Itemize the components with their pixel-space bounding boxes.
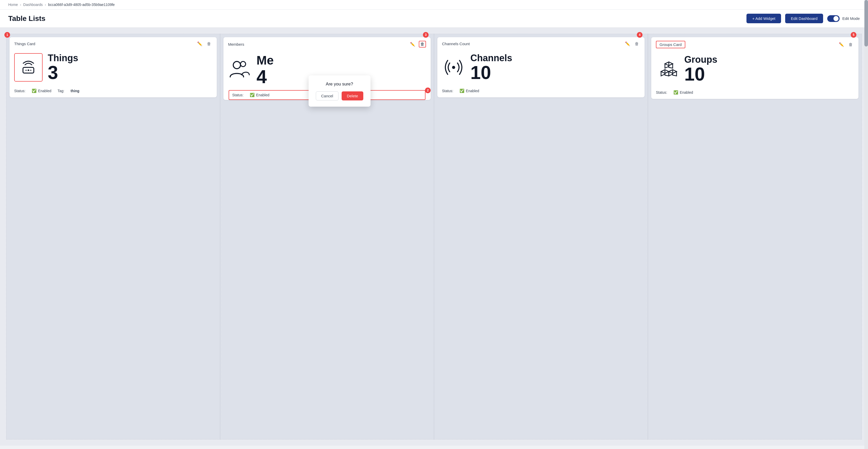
things-card-footer: Status: ✅ Enabled Tag: thing <box>9 86 217 97</box>
edit-mode-label: Edit Mode <box>842 16 860 21</box>
things-icon-box <box>14 53 42 82</box>
channels-card-title: Channels Count <box>442 41 470 46</box>
groups-icon <box>656 57 679 81</box>
things-stat-label: Things <box>48 53 78 63</box>
groups-card-actions: ✏️ 🗑 <box>838 41 854 48</box>
svg-point-5 <box>241 61 246 67</box>
groups-edit-button[interactable]: ✏️ <box>838 41 845 48</box>
things-delete-button[interactable]: 🗑 <box>206 41 212 47</box>
breadcrumb-chevron-2: › <box>45 3 46 7</box>
breadcrumb-chevron-1: › <box>20 3 21 7</box>
edit-mode-switch[interactable] <box>827 15 840 22</box>
widget-card-groups: Groups Card ✏️ 🗑 <box>651 37 859 99</box>
things-card-title: Things Card <box>14 41 35 46</box>
widget-outer-channels: 4 Channels Count ✏️ 🗑 Chan <box>434 34 648 440</box>
breadcrumb-home[interactable]: Home <box>8 3 18 7</box>
channels-status-value: ✅ Enabled <box>460 89 479 93</box>
members-card-title: Members <box>228 42 244 47</box>
groups-status-text: Enabled <box>680 90 693 94</box>
things-edit-button[interactable]: ✏️ <box>196 41 203 47</box>
things-card-actions: ✏️ 🗑 <box>196 41 212 47</box>
channels-card-footer: Status: ✅ Enabled <box>437 86 645 97</box>
channels-stat-label: Channels <box>470 53 512 63</box>
page-header: Table Lists + Add Widget Edit Dashboard … <box>0 9 868 28</box>
add-widget-button[interactable]: + Add Widget <box>746 14 781 23</box>
groups-card-footer: Status: ✅ Enabled <box>651 88 859 99</box>
members-status-value: ✅ Enabled <box>250 93 269 97</box>
svg-marker-9 <box>665 71 669 76</box>
scrollbar-track <box>864 0 868 449</box>
groups-status-value: ✅ Enabled <box>674 90 693 95</box>
svg-point-1 <box>28 69 29 71</box>
channels-stat: Channels 10 <box>470 53 512 82</box>
members-stat-number: 4 <box>256 67 274 86</box>
groups-stat: Groups 10 <box>684 55 717 83</box>
groups-delete-button[interactable]: 🗑 <box>848 42 854 48</box>
page-title: Table Lists <box>8 14 45 23</box>
channels-edit-button[interactable]: ✏️ <box>624 41 631 47</box>
router-icon <box>19 60 37 75</box>
widget-outer-groups: 5 Groups Card ✏️ 🗑 <box>648 34 862 440</box>
widget-outer-things: 1 Things Card ✏️ 🗑 <box>6 34 220 440</box>
confirm-cancel-button[interactable]: Cancel <box>316 91 339 100</box>
things-status-label: Status: <box>14 89 26 93</box>
members-stat-label: Me <box>256 54 274 67</box>
svg-marker-12 <box>669 64 673 68</box>
groups-stat-label: Groups <box>684 55 717 65</box>
breadcrumb: Home › Dashboards › bcca066f-a3d9-4805-a… <box>0 0 868 9</box>
badge-groups: 5 <box>851 32 857 38</box>
svg-point-6 <box>452 66 455 69</box>
confirm-popup-actions: Cancel Delete <box>316 91 363 100</box>
confirm-popup-title: Are you sure? <box>316 82 363 87</box>
channels-card-actions: ✏️ 🗑 <box>624 41 640 47</box>
members-status-label: Status: <box>232 93 244 97</box>
things-card-content: Things 3 <box>9 49 217 86</box>
widget-outer-members: 3 Members ✏️ 🗑 <box>220 34 434 440</box>
members-status-text: Enabled <box>256 93 269 97</box>
members-edit-button[interactable]: ✏️ <box>409 41 416 47</box>
things-status-text: Enabled <box>38 89 51 93</box>
widget-card-things: Things Card ✏️ 🗑 <box>9 37 217 97</box>
channels-delete-button[interactable]: 🗑 <box>634 41 640 47</box>
badge-channels: 4 <box>637 32 643 38</box>
dashboard-grid: 1 Things Card ✏️ 🗑 <box>0 28 868 446</box>
things-stat-number: 3 <box>48 63 78 82</box>
things-status-icon: ✅ <box>32 89 37 93</box>
badge-things: 1 <box>4 32 10 38</box>
channels-status-icon: ✅ <box>460 89 464 93</box>
members-delete-button[interactable]: 🗑 <box>419 41 426 48</box>
members-stat: Me 4 <box>256 54 274 86</box>
things-tag-value: thing <box>70 89 79 93</box>
users-icon <box>228 59 251 80</box>
svg-point-4 <box>233 61 241 69</box>
breadcrumb-dashboards[interactable]: Dashboards <box>23 3 43 7</box>
widget-header-groups: Groups Card ✏️ 🗑 <box>651 37 859 50</box>
widget-card-channels: Channels Count ✏️ 🗑 Channels 10 <box>437 37 645 97</box>
header-actions: + Add Widget Edit Dashboard Edit Mode <box>746 14 860 23</box>
widget-header-things: Things Card ✏️ 🗑 <box>9 37 217 49</box>
confirm-delete-button[interactable]: Delete <box>342 91 363 100</box>
things-stat: Things 3 <box>48 53 78 82</box>
things-status-value: ✅ Enabled <box>32 89 51 93</box>
channels-stat-number: 10 <box>470 63 512 82</box>
scrollbar-thumb[interactable] <box>864 0 868 47</box>
groups-card-title: Groups Card <box>656 41 685 48</box>
badge-members-footer: 2 <box>425 88 431 93</box>
edit-dashboard-button[interactable]: Edit Dashboard <box>785 14 823 23</box>
groups-status-label: Status: <box>656 90 667 94</box>
members-status-icon: ✅ <box>250 93 255 97</box>
channels-status-label: Status: <box>442 89 453 93</box>
confirm-delete-popup: Are you sure? Cancel Delete <box>308 76 370 107</box>
groups-stat-number: 10 <box>684 65 717 83</box>
channels-icon <box>442 56 465 79</box>
members-card-actions: ✏️ 🗑 <box>409 41 426 48</box>
badge-members-delete: 3 <box>423 32 429 38</box>
groups-status-icon: ✅ <box>674 90 678 95</box>
widget-header-members: Members ✏️ 🗑 <box>223 37 431 50</box>
channels-card-content: Channels 10 <box>437 49 645 86</box>
svg-marker-15 <box>673 71 677 76</box>
groups-card-content: Groups 10 <box>651 50 859 88</box>
edit-mode-toggle: Edit Mode <box>827 15 860 22</box>
widget-header-channels: Channels Count ✏️ 🗑 <box>437 37 645 49</box>
things-tag-label: Tag: <box>58 89 64 93</box>
